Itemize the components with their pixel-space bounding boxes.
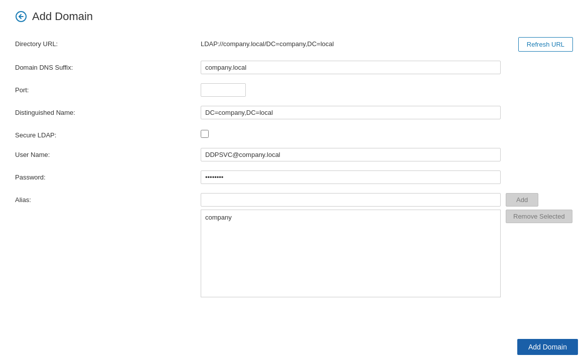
directory-url-value: LDAP://company.local/DC=company,DC=local <box>201 37 513 48</box>
password-input[interactable] <box>201 170 501 184</box>
dns-suffix-row: Domain DNS Suffix: <box>15 61 573 74</box>
port-row: Port: <box>15 83 573 97</box>
distinguished-name-row: Distinguished Name: <box>15 106 573 119</box>
alias-listbox[interactable]: company <box>201 210 501 297</box>
secure-ldap-checkbox[interactable] <box>201 130 209 138</box>
dns-suffix-label: Domain DNS Suffix: <box>15 61 201 71</box>
password-control-area <box>201 170 573 184</box>
add-alias-button[interactable]: Add <box>506 193 538 207</box>
port-input[interactable] <box>201 83 246 97</box>
distinguished-name-control-area <box>201 106 573 119</box>
back-icon[interactable] <box>15 11 27 23</box>
username-input[interactable] <box>201 148 501 161</box>
alias-row: Alias: Add <box>15 193 573 207</box>
list-item[interactable]: company <box>205 213 496 222</box>
secure-ldap-control-area <box>201 128 573 138</box>
alias-input[interactable] <box>201 193 501 207</box>
directory-url-label: Directory URL: <box>15 37 201 48</box>
page-title: Add Domain <box>32 10 93 23</box>
distinguished-name-label: Distinguished Name: <box>15 106 201 116</box>
distinguished-name-input[interactable] <box>201 106 501 119</box>
page-header: Add Domain <box>15 10 573 23</box>
add-domain-button[interactable]: Add Domain <box>517 339 578 355</box>
alias-list-row: company Remove Selected <box>15 210 573 297</box>
alias-control-area: Add <box>201 193 573 207</box>
port-label: Port: <box>15 83 201 94</box>
alias-list-area: company Remove Selected <box>201 210 572 297</box>
password-row: Password: <box>15 170 573 184</box>
alias-label: Alias: <box>15 193 201 204</box>
dns-suffix-input[interactable] <box>201 61 501 74</box>
username-row: User Name: <box>15 148 573 161</box>
port-control-area <box>201 83 573 97</box>
directory-url-row: Directory URL: LDAP://company.local/DC=c… <box>15 37 573 52</box>
page-container: Add Domain Directory URL: LDAP://company… <box>0 0 588 307</box>
directory-url-control-area: LDAP://company.local/DC=company,DC=local… <box>201 37 573 52</box>
secure-ldap-checkbox-container <box>201 128 209 138</box>
dns-suffix-control-area <box>201 61 573 74</box>
secure-ldap-label: Secure LDAP: <box>15 128 201 139</box>
remove-selected-button[interactable]: Remove Selected <box>506 210 572 223</box>
refresh-url-button[interactable]: Refresh URL <box>518 37 573 52</box>
secure-ldap-row: Secure LDAP: <box>15 128 573 139</box>
username-label: User Name: <box>15 148 201 158</box>
username-control-area <box>201 148 573 161</box>
password-label: Password: <box>15 170 201 181</box>
